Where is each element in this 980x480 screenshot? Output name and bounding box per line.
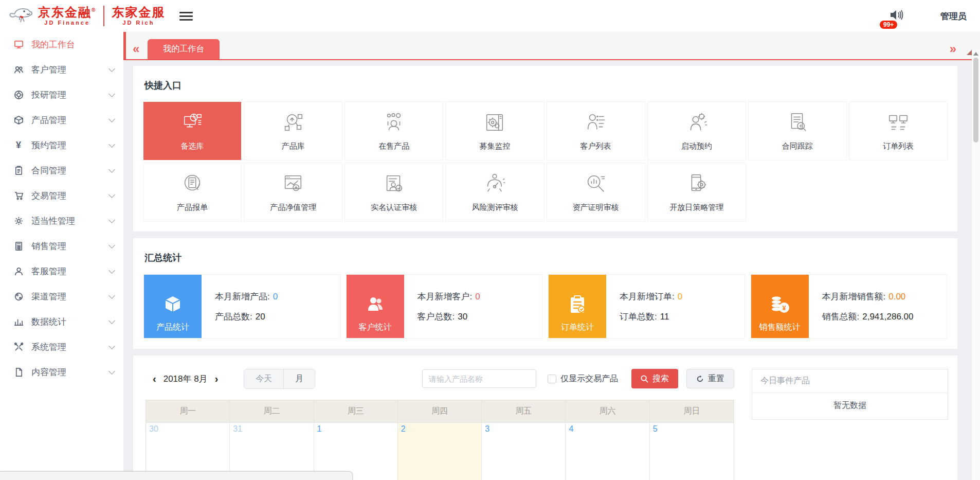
sidebar-item-system-mgmt[interactable]: 系统管理 [0, 334, 123, 360]
monitor-icon [13, 40, 24, 50]
chevron-down-icon [108, 242, 115, 248]
contract-tracking-icon [786, 111, 809, 136]
sidebar-item-workbench[interactable]: 我的工作台 [0, 32, 123, 57]
menu-toggle-icon[interactable] [179, 10, 193, 23]
stat-line-label: 本月新增订单: [620, 292, 675, 301]
onsale-products-icon [382, 111, 406, 136]
sidebar-item-label: 内容管理 [31, 366, 66, 378]
sidebar-item-customer-mgmt[interactable]: 客户管理 [0, 57, 123, 82]
quick-card-fundraising-monitor[interactable]: 募集监控 [446, 102, 543, 160]
quick-card-order-list[interactable]: 订单列表 [849, 102, 947, 160]
quick-card-nav-mgmt[interactable]: 产品净值管理 [244, 163, 342, 221]
tabs-scroll-right-button[interactable]: » [940, 43, 965, 59]
quick-card-openday-strategy[interactable]: 开放日策略管理 [648, 163, 746, 221]
sidebar-item-channel-mgmt[interactable]: 渠道管理 [0, 284, 123, 309]
quick-card-product-declaration[interactable]: 产品报单 [143, 163, 241, 221]
chevron-down-icon [108, 65, 115, 72]
calendar-day-cell[interactable]: 4 [566, 422, 649, 480]
sidebar-item-label: 适当性管理 [31, 215, 75, 227]
chevron-down-icon [108, 217, 115, 223]
tab-bar-accent [123, 32, 126, 60]
chevron-down-icon [108, 141, 115, 148]
fundraising-monitor-icon [483, 111, 506, 136]
people-icon [365, 294, 386, 315]
realname-audit-icon [382, 172, 406, 198]
product-search-input[interactable] [422, 369, 536, 388]
calendar-day-cell-today[interactable]: 2 [398, 422, 482, 480]
reset-button[interactable]: 重置 [686, 369, 734, 388]
trade-products-only-checkbox[interactable]: 仅显示交易产品 [548, 374, 618, 384]
stat-card-sales-badge: ¥ 销售额统计 [751, 275, 809, 338]
candidate-pool-icon [180, 111, 204, 136]
user-menu[interactable]: 管理员 [940, 10, 967, 22]
stat-line-label: 产品总数: [215, 312, 252, 322]
compass-icon [13, 90, 24, 100]
app-logo[interactable]: 京东金融® JD Finance 东家金服 JD Rich [0, 5, 165, 27]
stat-card-label: 订单统计 [561, 322, 594, 333]
calendar-day-cell[interactable]: 5 [650, 422, 734, 480]
quick-card-customer-list[interactable]: 客户列表 [547, 102, 645, 160]
quick-card-product-library[interactable]: 产品库 [244, 102, 342, 160]
jd-dog-mascot-icon [7, 5, 35, 27]
sidebar-item-suitability-mgmt[interactable]: 适当性管理 [0, 208, 123, 234]
quick-card-onsale-products[interactable]: 在售产品 [345, 102, 443, 160]
calendar-day-cell[interactable]: 3 [482, 422, 566, 480]
quick-card-realname-audit[interactable]: 实名认证审核 [345, 163, 443, 221]
clipboard-icon [13, 166, 24, 176]
prev-month-button[interactable]: ‹ [146, 373, 164, 385]
chevron-down-icon [108, 368, 115, 375]
refresh-icon [696, 375, 704, 383]
sidebar-item-product-mgmt[interactable]: 产品管理 [0, 108, 123, 133]
sidebar-nav: 我的工作台 客户管理 投研管理 产品管理 ¥ 预约管理 合同管理 交易管理 适当… [0, 32, 123, 480]
quick-card-label: 产品报单 [177, 203, 208, 212]
users-icon [13, 65, 24, 75]
asset-proof-audit-icon [584, 172, 608, 198]
tab-my-workbench[interactable]: 我的工作台 [148, 39, 220, 59]
brand-divider [103, 6, 104, 26]
quick-card-candidate-pool[interactable]: 备选库 [143, 102, 241, 160]
stat-line-value: 0.00 [888, 292, 905, 301]
sidebar-item-contract-mgmt[interactable]: 合同管理 [0, 158, 123, 183]
stat-line-label: 销售总额: [822, 312, 860, 322]
tabs-scroll-left-button[interactable]: « [123, 43, 148, 59]
calendar-month-label: 2018年 8月 [164, 373, 208, 385]
quick-card-risk-audit[interactable]: 风险测评审核 [446, 163, 543, 221]
weekday-header: 周三 [314, 400, 398, 422]
tools-icon [13, 342, 24, 352]
scroll-up-icon[interactable] [973, 52, 978, 56]
sidebar-item-research-mgmt[interactable]: 投研管理 [0, 82, 123, 108]
user-icon [13, 266, 24, 277]
yen-icon: ¥ [13, 140, 24, 151]
quick-card-contract-tracking[interactable]: 合同跟踪 [749, 102, 846, 160]
channel-icon [13, 292, 24, 302]
weekday-header: 周日 [650, 400, 734, 422]
quick-card-asset-proof-audit[interactable]: 资产证明审核 [547, 163, 645, 221]
risk-audit-icon [483, 172, 506, 198]
quick-card-start-reservation[interactable]: 启动预约 [648, 102, 746, 160]
next-month-button[interactable]: › [208, 373, 226, 385]
month-view-button[interactable]: 月 [283, 369, 315, 388]
scrollbar-thumb[interactable] [973, 58, 978, 143]
stat-card-products-badge: 产品统计 [144, 275, 202, 338]
cube-icon [162, 294, 183, 315]
sidebar-item-content-mgmt[interactable]: 内容管理 [0, 360, 123, 385]
today-button[interactable]: 今天 [244, 369, 283, 388]
search-icon [641, 375, 648, 383]
weekday-header: 周五 [482, 400, 566, 422]
sidebar-item-service-mgmt[interactable]: 客服管理 [0, 259, 123, 284]
stat-line-value: 11 [660, 312, 669, 322]
quick-card-label: 风险测评审核 [471, 203, 518, 212]
cube-icon [13, 115, 24, 126]
notifications-button[interactable]: 99+ [889, 8, 904, 24]
sidebar-item-sales-mgmt[interactable]: 销售管理 [0, 234, 123, 259]
chevron-down-icon [108, 317, 115, 324]
order-list-icon [886, 111, 910, 136]
today-events-empty: 暂无数据 [752, 393, 948, 419]
vertical-scrollbar[interactable] [972, 49, 980, 480]
sidebar-item-label: 产品管理 [31, 114, 66, 126]
sidebar-item-reservation-mgmt[interactable]: ¥ 预约管理 [0, 133, 123, 158]
search-button[interactable]: 搜索 [631, 369, 678, 388]
sidebar-item-trade-mgmt[interactable]: 交易管理 [0, 183, 123, 208]
calendar-panel: ‹ 2018年 8月 › 今天 月 仅显示交易产品 搜索 [133, 355, 957, 480]
sidebar-item-data-stats[interactable]: 数据统计 [0, 309, 123, 334]
